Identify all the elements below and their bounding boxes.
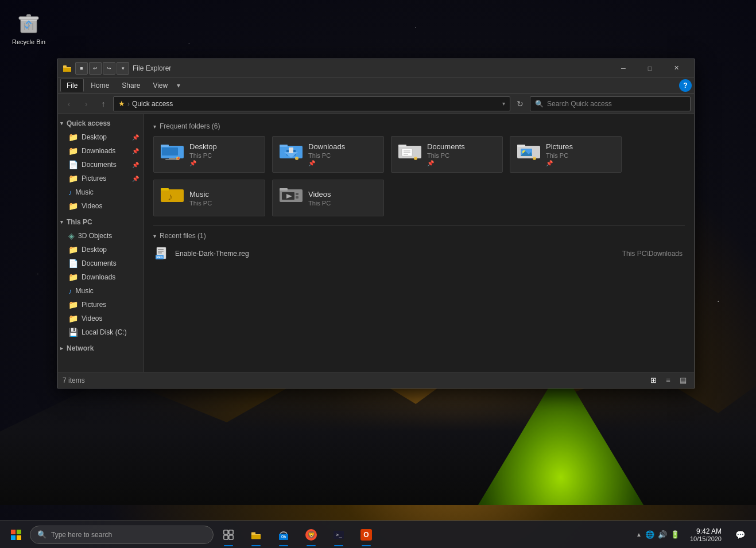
folder-name-desktop: Desktop [189,142,217,151]
svg-rect-19 [280,145,288,147]
status-bar: 7 items ⊞ ≡ ▤ [58,372,694,388]
status-text: 7 items [63,376,85,384]
search-icon: 🔍 [535,100,544,108]
quick-access-buttons: ■ ↩ ↪ ▾ [75,62,129,75]
back-button[interactable]: ‹ [61,96,76,111]
quick-access-btn-3[interactable]: ↪ [103,62,115,75]
videos-icon-pc: 📁 [68,314,78,323]
ribbon-tab-share[interactable]: Share [116,79,146,92]
recent-files-header[interactable]: ▾ Recent files (1) [153,232,685,240]
desktop-folder-icon: 📁 [68,133,78,142]
sidebar-item-videos-pc[interactable]: 📁 Videos [58,312,144,325]
reg-file-icon: REG [156,247,169,261]
window-controls: ─ □ ✕ [610,59,689,77]
sidebar-item-documents-qa[interactable]: 📄 Documents 📌 [58,158,144,172]
search-box[interactable]: 🔍 Search Quick access [530,96,691,111]
sidebar-item-music-qa[interactable]: ♪ Music [58,185,144,199]
folder-card-videos[interactable]: Videos This PC [272,180,384,216]
ribbon-tab-view[interactable]: View [147,79,173,92]
quick-access-btn-1[interactable]: ■ [75,62,88,75]
tray-battery-icon[interactable]: 🔋 [670,530,680,539]
folder-card-documents[interactable]: Documents This PC 📌 [391,136,503,173]
store-taskbar-button[interactable]: 🛍 [271,522,296,547]
tray-icons: ▲ 🌐 🔊 🔋 [631,530,684,539]
sidebar-3dobjects-label: 3D Objects [78,232,112,240]
up-button[interactable]: ↑ [96,96,111,111]
recent-file-item[interactable]: REG Enable-Dark-Theme.reg This PC\Downlo… [153,246,685,262]
sidebar-item-localdisk[interactable]: 💾 Local Disk (C:) [58,325,144,339]
address-path[interactable]: ★ › Quick access ▾ [113,96,510,111]
folder-info-pictures: Pictures This PC 📌 [546,142,573,166]
tray-volume-icon[interactable]: 🔊 [658,530,667,539]
address-separator: › [127,100,130,108]
folder-card-pictures[interactable]: Pictures This PC 📌 [510,136,622,173]
folder-card-downloads[interactable]: Downloads This PC 📌 [272,136,384,173]
tray-expand-icon[interactable]: ▲ [636,531,642,538]
start-button[interactable] [5,523,28,546]
folder-icon-documents [398,142,421,166]
sidebar-item-videos-qa[interactable]: 📁 Videos [58,199,144,213]
taskbar-search[interactable]: 🔍 Type here to search [30,526,214,544]
refresh-button[interactable]: ↻ [513,96,528,111]
file-explorer-taskbar-button[interactable] [243,522,269,547]
office-taskbar-button[interactable]: O [354,522,379,547]
sidebar-item-desktop-qa[interactable]: 📁 Desktop 📌 [58,130,144,144]
quick-access-btn-2[interactable]: ↩ [89,62,102,75]
sidebar-desktop-label: Desktop [82,133,107,141]
task-view-button[interactable] [216,522,241,547]
details-view-button[interactable]: ▤ [677,374,689,387]
list-view-button[interactable]: ≡ [662,374,674,387]
large-icons-view-button[interactable]: ⊞ [647,374,660,387]
svg-point-30 [414,157,417,160]
folder-icon-pictures [517,142,540,166]
3dobjects-icon: ◈ [68,231,75,240]
address-dropdown-icon[interactable]: ▾ [502,100,505,107]
network-chevron: ▸ [60,345,63,351]
sidebar-item-3dobjects[interactable]: ◈ 3D Objects [58,229,144,243]
sidebar-item-pictures-qa[interactable]: 📁 Pictures 📌 [58,172,144,185]
sidebar-item-music-pc[interactable]: ♪ Music [58,284,144,298]
folder-name-videos: Videos [308,190,331,199]
folder-card-music[interactable]: ♪ Music This PC [153,180,265,216]
sidebar-item-desktop-pc[interactable]: 📁 Desktop [58,243,144,256]
sidebar-thispc-header[interactable]: ▾ This PC [58,215,144,229]
taskbar-search-icon: 🔍 [37,530,46,539]
forward-button[interactable]: › [79,96,94,111]
svg-rect-54 [11,535,15,539]
close-button[interactable]: ✕ [663,59,689,77]
tray-network-icon[interactable]: 🌐 [645,530,654,539]
terminal-taskbar-button[interactable]: >_ [326,522,351,547]
minimize-button[interactable]: ─ [610,59,637,77]
sidebar-item-documents-pc[interactable]: 📄 Documents [58,256,144,270]
tray-clock[interactable]: 9:42 AM 10/15/2020 [685,527,726,542]
frequent-folders-chevron: ▾ [153,123,156,130]
recycle-bin[interactable]: Recycle Bin [9,9,49,45]
pin-icon-2: 📌 [132,148,139,154]
explorer-icon [63,64,72,73]
maximize-button[interactable]: □ [637,59,663,77]
star-icon: ★ [118,99,125,108]
sidebar-desktop-pc-label: Desktop [82,246,107,254]
sidebar-item-downloads-pc[interactable]: 📁 Downloads [58,270,144,284]
sidebar-item-pictures-pc[interactable]: 📁 Pictures [58,298,144,312]
svg-rect-45 [296,196,298,199]
folder-name-documents: Documents [427,142,465,151]
sidebar-quickaccess-header[interactable]: ▾ Quick access [58,116,144,130]
quick-access-btn-arrow[interactable]: ▾ [117,62,129,75]
notification-button[interactable]: 💬 [728,523,751,546]
ribbon-tab-file[interactable]: File [60,79,84,92]
frequent-folders-header[interactable]: ▾ Frequent folders (6) [153,122,685,130]
folder-info-desktop: Desktop This PC 📌 [189,142,217,166]
help-button[interactable]: ? [679,79,692,92]
sidebar-item-downloads-qa[interactable]: 📁 Downloads 📌 [58,144,144,158]
folder-path-pictures: This PC [546,152,573,159]
localdisk-icon: 💾 [68,328,78,337]
sidebar-network-header[interactable]: ▸ Network [58,341,144,355]
folder-card-desktop[interactable]: 📌 Desktop This PC 📌 [153,136,265,173]
ribbon-tab-home[interactable]: Home [85,79,115,92]
ribbon-collapse-icon[interactable]: ▾ [175,79,183,92]
sidebar-music-label: Music [76,188,94,196]
sidebar-downloads-label: Downloads [82,147,115,155]
folder-info-documents: Documents This PC 📌 [427,142,465,166]
brave-taskbar-button[interactable]: 🦁 [298,522,324,547]
